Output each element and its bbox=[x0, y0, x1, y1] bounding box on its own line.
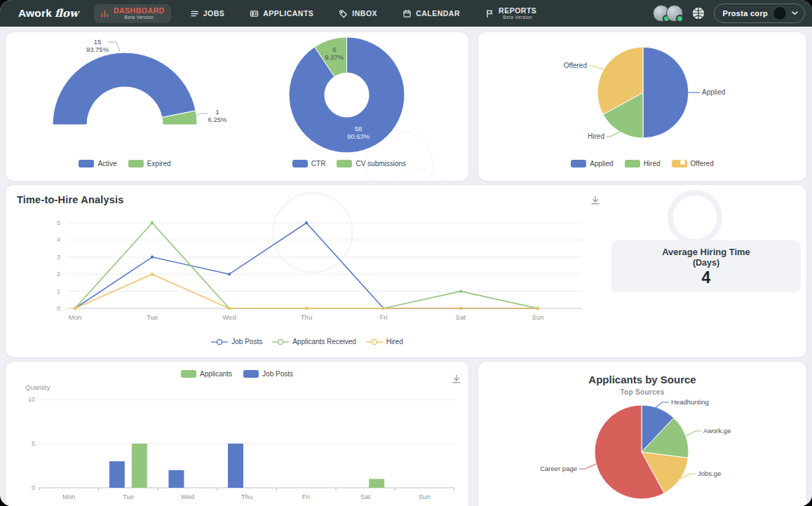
x-tick-label: Sun bbox=[419, 493, 431, 500]
pie-callout-career-page: Career page bbox=[540, 465, 577, 472]
bar-job-posts-tue bbox=[109, 461, 125, 488]
data-point bbox=[151, 256, 154, 259]
bar-applicants-sat bbox=[369, 479, 384, 488]
legend-label: Applicants Received bbox=[292, 338, 356, 346]
legend-swatch bbox=[337, 160, 352, 167]
nav-item-label: INBOX bbox=[352, 10, 377, 18]
company-avatar bbox=[773, 6, 787, 20]
funnel-pie-chart: AppliedHiredOffered bbox=[478, 32, 806, 181]
x-tick-label: Mon bbox=[69, 313, 81, 321]
legend-item-hired[interactable]: Hired bbox=[625, 160, 661, 167]
legend-item-job-posts[interactable]: Job Posts bbox=[211, 338, 262, 346]
callout-line bbox=[686, 431, 701, 436]
legend-label: Active bbox=[97, 160, 116, 167]
legend-marker-icon bbox=[366, 339, 383, 346]
nav-item-jobs[interactable]: JOBS bbox=[184, 6, 231, 21]
bar-job-posts-wed bbox=[168, 470, 184, 488]
legend-item-ctr[interactable]: CTR bbox=[292, 160, 326, 167]
card-applicants-by-source: Applicants by Source Top Sources Headhun… bbox=[478, 362, 806, 506]
nav-item-inbox[interactable]: INBOX bbox=[332, 6, 384, 21]
legend-label: CV submissions bbox=[356, 160, 406, 167]
logo-script-text: flow bbox=[55, 7, 79, 20]
data-point bbox=[151, 221, 154, 224]
nav-item-dashboard[interactable]: DASHBOARD Beta Version bbox=[94, 4, 171, 23]
user-avatar[interactable] bbox=[666, 5, 683, 22]
data-point bbox=[228, 273, 231, 275]
callout-line bbox=[607, 132, 620, 137]
avatar-stack bbox=[653, 5, 683, 22]
id-card-icon bbox=[250, 9, 259, 18]
y-tick-label: 3 bbox=[57, 254, 60, 261]
gauge-and-donut-chart: 1593.75%16.25%5890.63%69.37% bbox=[6, 32, 468, 181]
kpi-unit: (Days) bbox=[693, 258, 719, 269]
legend-item-active[interactable]: Active bbox=[79, 160, 116, 167]
legend-label: CTR bbox=[311, 160, 326, 167]
nav-item-sublabel: Beta Version bbox=[503, 15, 532, 20]
chevron-down-icon bbox=[792, 11, 798, 15]
pie-callout-offered: Offered bbox=[564, 62, 587, 69]
nav-item-label: APPLICANTS bbox=[263, 10, 313, 18]
app-logo[interactable]: Awork flow bbox=[18, 7, 79, 20]
card-job-postings-status: 1593.75%16.25%5890.63%69.37% ActiveExpir… bbox=[6, 32, 468, 181]
gauge-callout-active: 1593.75% bbox=[86, 38, 109, 53]
data-point bbox=[459, 307, 462, 310]
data-point bbox=[305, 221, 308, 224]
legend-funnel: AppliedHiredOffered bbox=[478, 160, 806, 167]
y-tick-label: 5 bbox=[57, 219, 60, 226]
legend-job-postings: ActiveExpired bbox=[6, 160, 244, 167]
legend-label: Job Posts bbox=[231, 338, 262, 346]
legend-item-cv-submissions[interactable]: CV submissions bbox=[337, 160, 406, 167]
nav-item-label: JOBS bbox=[203, 10, 225, 18]
legend-ctr-cv: CTRCV submissions bbox=[230, 160, 468, 167]
flag-icon bbox=[485, 9, 494, 18]
card-weekly-activity: ApplicantsJob Posts 0510QuantityMonTueWe… bbox=[6, 362, 468, 506]
sources-pie-chart: HeadhuntingAwork.geJobs.geCareer page bbox=[478, 362, 806, 506]
nav-item-applicants[interactable]: APPLICANTS bbox=[243, 6, 320, 21]
pie-slice-applied bbox=[643, 47, 689, 138]
legend-swatch bbox=[128, 160, 144, 167]
kpi-title: Average Hiring Time bbox=[662, 247, 750, 258]
x-tick-label: Thu bbox=[241, 493, 252, 500]
company-name: Prosta corp bbox=[723, 9, 768, 18]
x-tick-label: Wed bbox=[181, 493, 194, 500]
legend-marker-icon bbox=[211, 339, 228, 346]
legend-item-applied[interactable]: Applied bbox=[571, 160, 613, 167]
nav-item-reports[interactable]: REPORTS Beta Version bbox=[479, 4, 543, 23]
legend-marker-icon bbox=[272, 339, 289, 346]
nav-item-calendar[interactable]: CALENDAR bbox=[396, 6, 466, 21]
data-point bbox=[459, 289, 462, 292]
nav-item-label: CALENDAR bbox=[416, 10, 460, 18]
legend-swatch bbox=[292, 160, 308, 167]
y-tick-label: 1 bbox=[57, 288, 60, 295]
pie-callout-jobs-ge: Jobs.ge bbox=[698, 470, 721, 477]
legend-label: Hired bbox=[644, 160, 661, 167]
legend-item-expired[interactable]: Expired bbox=[128, 160, 171, 167]
data-point bbox=[151, 273, 154, 275]
y-tick-label: 5 bbox=[32, 440, 35, 447]
x-tick-label: Tue bbox=[123, 493, 134, 500]
legend-swatch bbox=[571, 160, 586, 167]
bar-applicants-tue bbox=[132, 444, 147, 488]
nav-item-texts: REPORTS Beta Version bbox=[499, 7, 536, 20]
callout-line bbox=[579, 464, 596, 469]
average-hiring-time-kpi: Average Hiring Time (Days) 4 bbox=[611, 240, 801, 292]
card-application-funnel: AppliedHiredOffered AppliedHiredOffered bbox=[478, 32, 806, 181]
callout-line bbox=[589, 66, 604, 69]
weekly-activity-bar-chart: 0510QuantityMonTueWedThuFriSatSun bbox=[6, 362, 468, 506]
x-tick-label: Sat bbox=[360, 493, 371, 500]
data-point bbox=[305, 307, 308, 310]
pie-callout-headhunting: Headhunting bbox=[671, 398, 709, 406]
y-tick-label: 2 bbox=[57, 271, 60, 278]
calendar-icon bbox=[402, 9, 412, 18]
legend-item-applicants-received[interactable]: Applicants Received bbox=[272, 338, 356, 346]
y-tick-label: 10 bbox=[28, 396, 35, 403]
legend-label: Applied bbox=[590, 160, 613, 167]
legend-item-offered[interactable]: Offered bbox=[672, 160, 714, 167]
line-series-applicants-received bbox=[75, 223, 538, 308]
legend-item-hired[interactable]: Hired bbox=[366, 338, 403, 346]
company-selector[interactable]: Prosta corp bbox=[714, 4, 805, 23]
nav-item-label: REPORTS bbox=[499, 7, 536, 15]
gauge-slice-active bbox=[53, 53, 196, 125]
globe-icon[interactable] bbox=[691, 6, 705, 20]
nav-right-controls: Prosta corp bbox=[653, 4, 805, 23]
